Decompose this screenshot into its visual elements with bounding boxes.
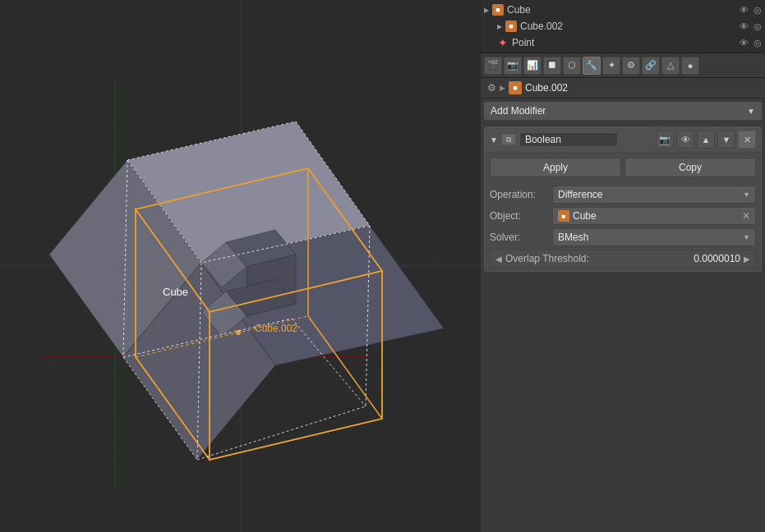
modifier-expand-arrow[interactable]: ▼ <box>490 135 498 144</box>
threshold-right-arrow: ▶ <box>744 255 750 264</box>
outliner-cube-label: Cube <box>507 4 531 16</box>
cube-object-icon: ■ <box>492 4 504 16</box>
solver-dropdown[interactable]: BMesh ▼ <box>552 228 756 246</box>
breadcrumb-object-name: Cube.002 <box>525 82 568 94</box>
object-tab[interactable]: ⬡ <box>563 57 581 75</box>
cube002-object-icon: ■ <box>505 21 517 32</box>
add-modifier-button[interactable]: Add Modifier ▼ <box>484 102 762 120</box>
modifier-camera-btn[interactable]: 📷 <box>656 131 674 149</box>
eye-icon: 👁 <box>740 5 749 16</box>
add-modifier-arrow: ▼ <box>747 107 755 116</box>
object-field-icon: ■ <box>558 210 569 222</box>
modifier-name-input[interactable] <box>519 132 618 147</box>
threshold-value: 0.0000010 <box>694 253 740 264</box>
object-label: Object: <box>490 210 547 222</box>
operation-dropdown[interactable]: Difference ▼ <box>552 186 756 204</box>
svg-line-27 <box>0 410 41 532</box>
solver-label: Solver: <box>490 232 547 243</box>
svg-line-26 <box>0 369 82 532</box>
outliner-row-cube002[interactable]: ▶ ■ Cube.002 👁 ◎ <box>481 18 765 34</box>
modifier-header: ▼ ⧉ 📷 👁 ▲ ▼ ✕ <box>485 127 761 153</box>
modifier-card-boolean: ▼ ⧉ 📷 👁 ▲ ▼ ✕ Apply Copy Operation: <box>484 126 762 272</box>
3d-scene <box>0 0 481 532</box>
breadcrumb-arrow1: ▶ <box>500 84 505 92</box>
outliner: ▶ ■ Cube 👁 ◎ ▶ ■ Cube.002 👁 ◎ ✦ Point 👁 … <box>481 0 765 53</box>
object-value: Cube <box>573 210 597 222</box>
outliner-cube002-label: Cube.002 <box>520 21 563 32</box>
modifier-fields: Operation: Difference ▼ Object: ■ Cube ✕… <box>485 182 761 271</box>
outliner-row-point[interactable]: ✦ Point 👁 ◎ <box>481 34 765 51</box>
svg-line-50 <box>210 419 382 460</box>
object-row: Object: ■ Cube ✕ <box>490 207 756 225</box>
constraints-tab[interactable]: 🔗 <box>642 57 660 75</box>
cursor-icon-point: ◎ <box>753 38 762 48</box>
modifier-down-btn[interactable]: ▼ <box>717 131 735 149</box>
modifier-tab active[interactable]: 🔧 <box>583 57 601 75</box>
outliner-point-label: Point <box>512 37 534 48</box>
cursor-icon: ◎ <box>753 5 762 16</box>
viewport[interactable]: Cube Cube.002 <box>0 0 481 532</box>
operation-row: Operation: Difference ▼ <box>490 186 756 204</box>
copy-button[interactable]: Copy <box>624 158 756 177</box>
properties-toolbar: 🎬 📷 📊 🔲 ⬡ 🔧 ✦ ⚙ 🔗 △ ● <box>481 53 765 78</box>
expand-icon-002: ▶ <box>497 23 502 30</box>
operation-dropdown-arrow: ▼ <box>743 190 750 199</box>
render-tab[interactable]: 📷 <box>504 57 522 75</box>
solver-row: Solver: BMesh ▼ <box>490 228 756 246</box>
threshold-left-arrow: ◀ <box>495 255 502 264</box>
view-layer-tab[interactable]: 🔲 <box>543 57 561 75</box>
cursor-icon-002: ◎ <box>753 21 762 32</box>
operation-value: Difference <box>558 189 602 200</box>
modifier-eye-btn[interactable]: 👁 <box>676 131 694 149</box>
eye-icon-002: 👁 <box>740 21 749 32</box>
point-object-icon: ✦ <box>497 37 509 48</box>
solver-value: BMesh <box>558 232 588 243</box>
physics-tab[interactable]: ⚙ <box>622 57 640 75</box>
output-tab[interactable]: 📊 <box>523 57 541 75</box>
particles-tab[interactable]: ✦ <box>602 57 620 75</box>
modifier-up-btn[interactable]: ▲ <box>697 131 715 149</box>
material-tab[interactable]: ● <box>681 57 699 75</box>
properties-panel: ▶ ■ Cube 👁 ◎ ▶ ■ Cube.002 👁 ◎ ✦ Point 👁 … <box>481 0 765 532</box>
modifier-copy-icon: ⧉ <box>501 134 516 145</box>
breadcrumb-icon1: ⚙ <box>487 82 496 94</box>
solver-dropdown-arrow: ▼ <box>743 233 750 241</box>
apply-copy-row: Apply Copy <box>485 153 761 182</box>
operation-label: Operation: <box>490 189 547 200</box>
modifier-close-btn[interactable]: ✕ <box>738 131 756 149</box>
eye-icon-point: 👁 <box>740 38 749 48</box>
threshold-row[interactable]: ◀ Overlap Threshold: 0.0000010 ▶ <box>490 250 756 268</box>
svg-line-25 <box>0 328 123 532</box>
object-field[interactable]: ■ Cube ✕ <box>552 207 756 225</box>
outliner-row-cube[interactable]: ▶ ■ Cube 👁 ◎ <box>481 2 765 18</box>
object-field-clear[interactable]: ✕ <box>742 210 750 222</box>
breadcrumb-cube-icon: ■ <box>509 81 522 94</box>
svg-point-53 <box>236 330 241 335</box>
breadcrumb: ⚙ ▶ ■ Cube.002 <box>481 78 765 99</box>
data-tab[interactable]: △ <box>661 57 680 75</box>
add-modifier-label: Add Modifier <box>491 105 546 117</box>
scene-tab[interactable]: 🎬 <box>484 57 502 75</box>
expand-icon: ▶ <box>484 7 489 14</box>
apply-button[interactable]: Apply <box>490 158 621 177</box>
threshold-label: Overlap Threshold: <box>505 253 690 264</box>
